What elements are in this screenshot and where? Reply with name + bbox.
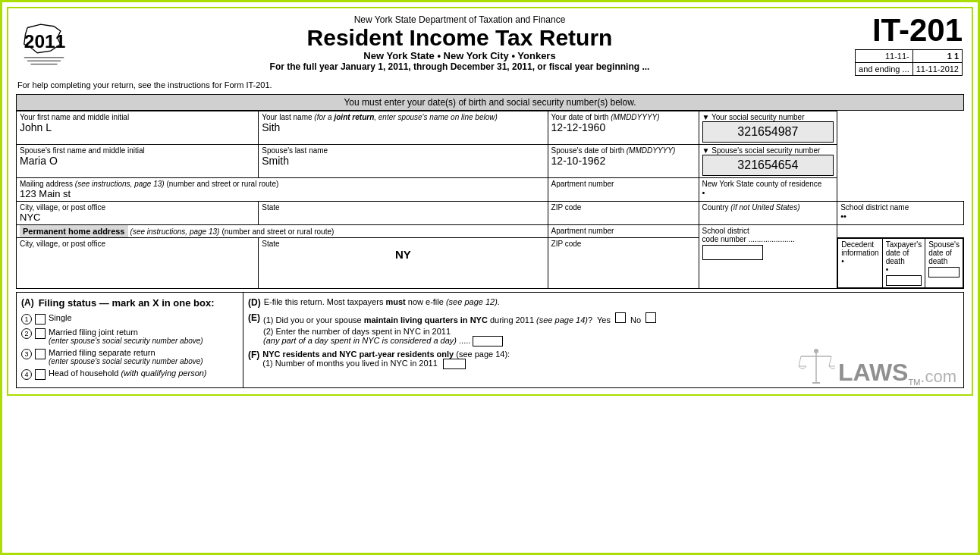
section-d-letter: (D) <box>248 297 261 308</box>
perm-addr-label: Permanent home address <box>20 225 128 237</box>
option-1-label: Single <box>49 313 72 322</box>
option-4-checkbox[interactable] <box>35 369 46 380</box>
mailing-addr-value[interactable]: 123 Main st <box>20 188 545 199</box>
section-d: (D) E-file this return. Most taxpayers m… <box>248 297 959 308</box>
header-center: New York State Department of Taxation an… <box>108 14 811 72</box>
county-value[interactable]: • <box>702 188 834 197</box>
filing-option-2: 2 Married filing joint return (enter spo… <box>21 328 238 345</box>
first-name-value[interactable]: John L <box>20 121 255 133</box>
zip-label: ZIP code <box>551 203 696 212</box>
name-row: Your first name and middle initial John … <box>17 111 964 145</box>
dob-cell: Your date of birth (MMDDYYYY) 12-12-1960 <box>548 111 699 145</box>
spouse-ssn-cell: ▼ Spouse's social security number 321654… <box>699 145 837 178</box>
option-2-circle: 2 <box>21 328 32 339</box>
option-3-text: Married filing separate return (enter sp… <box>49 348 203 365</box>
option-1-checkbox[interactable] <box>35 314 46 325</box>
laws-text: LAWS <box>838 359 908 387</box>
perm-zip-label: ZIP code <box>551 240 696 248</box>
option-3-checkbox[interactable] <box>35 349 46 359</box>
e1-yes-box[interactable] <box>615 312 626 323</box>
ny-state-logo: 2011 <box>17 14 71 67</box>
option-3-circle: 3 <box>21 349 32 359</box>
zip-cell: ZIP code <box>548 202 699 225</box>
form-title: Resident Income Tax Return <box>108 25 811 50</box>
perm-state-label: State <box>262 240 544 248</box>
school-dist-value[interactable]: •• <box>840 212 960 221</box>
perm-city-label: City, village, or post office <box>20 240 255 248</box>
option-3-label: Married filing separate return <box>49 348 203 357</box>
option-4-text: Head of household (with qualifying perso… <box>49 368 207 378</box>
city-cell: City, village, or post office NYC <box>17 202 259 225</box>
dob-value[interactable]: 12-12-1960 <box>551 121 696 133</box>
state-cell: State <box>259 202 548 225</box>
section-f-letter: (F) <box>248 350 259 360</box>
county-label: New York State county of residence <box>702 180 834 188</box>
perm-apt-label: Apartment number <box>551 227 696 235</box>
spouse-last-value[interactable]: Smith <box>262 155 544 167</box>
spouse-ssn-label: ▼ Spouse's social security number <box>702 146 834 155</box>
scales-icon <box>797 345 835 387</box>
f1-months-box[interactable] <box>443 359 466 369</box>
option-2-checkbox[interactable] <box>35 328 46 339</box>
filing-option-4: 4 Head of household (with qualifying per… <box>21 368 238 380</box>
spouse-death-box[interactable] <box>928 267 960 278</box>
year-line: For the full year January 1, 2011, throu… <box>108 61 811 72</box>
ssn-label: ▼ Your social security number <box>702 113 834 121</box>
county-cell: New York State county of residence • <box>699 178 837 202</box>
form-header: 2011 New York State Department of Taxati… <box>11 11 969 79</box>
filing-option-3: 3 Married filing separate return (enter … <box>21 348 238 365</box>
taxpayer-death-val: • <box>886 265 922 286</box>
decedent-bullet: • <box>841 257 844 265</box>
option-2-text: Married filing joint return (enter spous… <box>49 328 203 345</box>
country-cell: Country (if not United States) <box>699 202 837 225</box>
svg-line-7 <box>799 356 801 366</box>
city-state-row: City, village, or post office NYC State … <box>17 202 964 225</box>
spouse-dob-label: Spouse's date of birth (MMDDYYYY) <box>551 146 696 155</box>
option-4-circle: 4 <box>21 369 32 380</box>
form-id: IT-201 <box>811 14 963 46</box>
last-name-label: Your last name (for a joint return, ente… <box>262 113 544 121</box>
dob-label: Your date of birth (MMDDYYYY) <box>551 113 696 121</box>
first-name-cell: Your first name and middle initial John … <box>17 111 259 145</box>
section-e-item2: (2) Enter the number of days spent in NY… <box>263 327 959 346</box>
e1-no-box[interactable] <box>645 312 656 323</box>
last-name-value[interactable]: Sith <box>262 121 544 133</box>
option-2-sub: (enter spouse's social security number a… <box>49 337 203 345</box>
address-row: Mailing address (see instructions, page … <box>17 178 964 202</box>
ssn-value[interactable]: 321654987 <box>702 121 834 143</box>
taxpayer-death-cell: Taxpayer's date of death • <box>882 239 925 288</box>
spouse-ssn-value[interactable]: 321654654 <box>702 155 834 176</box>
filing-status-panel: (A) Filing status — mark an X in one box… <box>16 292 243 388</box>
fiscal-begin-val: 1 1 <box>912 50 962 63</box>
school-dist-code-box[interactable] <box>702 245 763 260</box>
city-value[interactable]: NYC <box>20 212 255 223</box>
perm-state-value[interactable]: NY <box>262 248 544 261</box>
end-date: 11-11-2012 <box>912 63 962 76</box>
spouse-dob-value[interactable]: 12-10-1962 <box>551 155 696 167</box>
header-right: IT-201 11-11- 1 1 and ending ... 11-11-2… <box>811 14 963 76</box>
must-enter-notice: You must enter your date(s) of birth and… <box>16 94 964 111</box>
perm-state-cell: State NY <box>259 238 548 289</box>
taxpayer-death-label: Taxpayer's date of death <box>886 240 922 265</box>
taxpayer-death-box[interactable] <box>886 275 922 286</box>
first-name-label: Your first name and middle initial <box>20 113 255 121</box>
e2-days-box[interactable] <box>473 336 503 346</box>
decedent-label: Decedentinformation <box>841 240 878 257</box>
spouse-first-value[interactable]: Maria O <box>20 155 255 167</box>
section-d-text: E-file this return. Most taxpayers must … <box>264 297 500 306</box>
spouse-last-label: Spouse's last name <box>262 146 544 155</box>
mailing-addr-cell: Mailing address (see instructions, page … <box>17 178 548 202</box>
option-3-sub: (enter spouse's social security number a… <box>49 357 203 365</box>
perm-zip-cell: ZIP code <box>548 238 699 289</box>
laws-com: .com <box>920 367 956 387</box>
perm-addr-sub2: (number and street or rural route) <box>221 227 334 236</box>
spouse-death-cell: Spouse's date of death <box>925 239 963 288</box>
school-dist-cell: School district name •• <box>837 202 964 225</box>
spouse-last-cell: Spouse's last name Smith <box>259 145 548 178</box>
perm-city-cell: City, village, or post office <box>17 238 259 289</box>
school-dist-label: School district name <box>840 203 960 212</box>
help-line: For help completing your return, see the… <box>11 79 969 91</box>
mailing-addr-label: Mailing address (see instructions, page … <box>20 180 545 188</box>
fiscal-begin-label: 11-11- <box>856 50 913 63</box>
spouse-first-label: Spouse's first name and middle initial <box>20 146 255 155</box>
